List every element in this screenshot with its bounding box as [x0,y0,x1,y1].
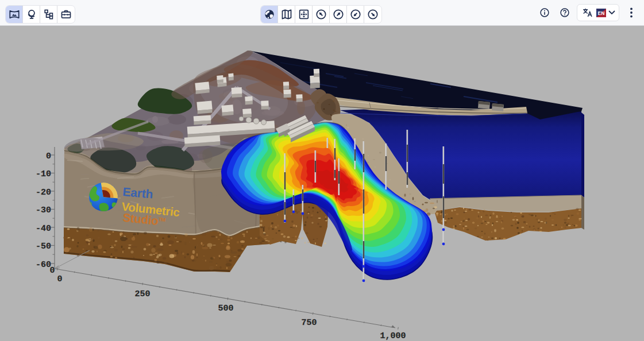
svg-text:500: 500 [218,304,233,313]
svg-text:-40: -40 [36,224,51,234]
svg-text:-60: -60 [36,260,51,270]
svg-text:0: 0 [49,266,55,276]
svg-text:-30: -30 [36,206,51,215]
svg-text:EN: EN [597,10,604,16]
svg-text:0: 0 [57,274,62,284]
svg-text:250: 250 [134,289,150,299]
svg-text:Earth: Earth [122,185,153,201]
svg-text:0: 0 [46,152,51,161]
svg-text:-20: -20 [36,188,51,197]
svg-text:750: 750 [301,318,317,328]
svg-text:-50: -50 [36,242,51,251]
svg-text:1,000: 1,000 [380,331,406,341]
svg-text:-10: -10 [36,169,51,179]
